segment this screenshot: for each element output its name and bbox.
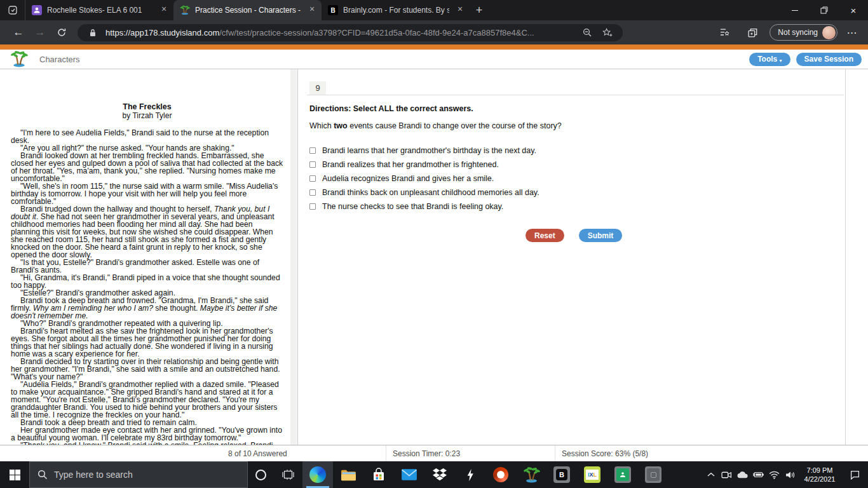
favorites-hub-icon[interactable]: [714, 23, 735, 42]
question-number-tab[interactable]: 9: [309, 81, 326, 95]
tab-actions-icon[interactable]: [0, 0, 25, 20]
page-scrollbar-gutter[interactable]: [845, 69, 868, 445]
cortana-button[interactable]: [248, 461, 273, 488]
question-panel: 9 Directions: Select ALL the correct ans…: [298, 69, 845, 445]
minimize-button[interactable]: [780, 0, 810, 20]
submit-button[interactable]: Submit: [579, 229, 623, 242]
volume-icon[interactable]: [782, 461, 798, 488]
clock-time: 7:09 PM: [807, 466, 833, 475]
back-icon[interactable]: ←: [8, 23, 29, 42]
answer-option-row: Audelia recognizes Brandi and gives her …: [309, 172, 845, 186]
passage-paragraph: Brandi decided to try starting over in t…: [11, 358, 283, 381]
browser-navbar: ← → https://app178.studyisland.com/cfw/t…: [0, 20, 868, 44]
site-header: Characters Tools ▾ Save Session: [0, 50, 868, 69]
tab-title: Brainly.com - For students. By st: [343, 6, 449, 15]
restore-button[interactable]: [810, 0, 839, 20]
tab-close-icon[interactable]: ×: [158, 4, 170, 16]
url-host: https://app178.studyisland.com: [105, 28, 219, 37]
passage-paragraph: Brandi's heart melted as she saw the fri…: [11, 327, 283, 358]
office-icon[interactable]: [485, 461, 516, 488]
answer-option-label[interactable]: Brandi thinks back on unpleasant childho…: [322, 188, 539, 197]
profile-sync-button[interactable]: Not syncing: [770, 24, 837, 41]
onedrive-icon[interactable]: [735, 461, 750, 488]
answer-option-label[interactable]: Audelia recognizes Brandi and gives her …: [322, 174, 494, 183]
start-button[interactable]: [0, 461, 29, 488]
browser-tab-classroom[interactable]: Rochelle Stokes- ELA 6 001 ×: [25, 0, 173, 20]
dropbox-icon[interactable]: [424, 461, 455, 488]
taskbar-search[interactable]: [29, 461, 248, 488]
tab-title: Practice Session - Characters - St: [195, 6, 301, 15]
answer-option-label[interactable]: The nurse checks to see that Brandi is f…: [322, 202, 503, 211]
answer-options-list: Brandi learns that her grandmother's bir…: [309, 144, 845, 214]
collections-icon[interactable]: [742, 23, 763, 42]
microsoft-store-icon[interactable]: [363, 461, 394, 488]
navbar-right-icons: Not syncing ⋯: [714, 23, 860, 42]
meet-now-icon[interactable]: [719, 461, 735, 488]
answer-checkbox[interactable]: [309, 161, 316, 168]
taskbar-clock[interactable]: 7:09 PM 4/22/2021: [798, 461, 841, 488]
session-timer: Session Timer: 0:23: [393, 449, 460, 458]
profile-avatar: [822, 26, 836, 39]
status-divider: [555, 445, 555, 461]
passage-title: The Freckles: [11, 102, 283, 111]
browser-menu-icon[interactable]: ⋯: [844, 27, 860, 39]
browser-tab-brainly[interactable]: B Brainly.com - For students. By st ×: [322, 0, 470, 20]
file-explorer-icon[interactable]: [333, 461, 363, 488]
search-input[interactable]: [54, 470, 219, 480]
office-logo: [493, 467, 508, 482]
question-tab-row: 9: [307, 81, 844, 95]
bolt-app-icon[interactable]: [455, 461, 485, 488]
unknown-app-icon[interactable]: [638, 461, 668, 488]
window-controls: ×: [780, 0, 868, 20]
browser-tab-practice-session[interactable]: Practice Session - Characters - St ×: [173, 0, 322, 20]
main-content: The Freckles by Tirzah Tyler "I'm here t…: [0, 69, 868, 445]
windows-logo-icon: [10, 470, 20, 480]
edge-taskbar-icon[interactable]: [302, 461, 333, 488]
add-favorite-star-icon[interactable]: [600, 28, 615, 37]
forward-icon[interactable]: →: [29, 23, 51, 42]
cortana-icon: [255, 470, 266, 480]
answer-checkbox[interactable]: [309, 147, 316, 154]
tools-button[interactable]: Tools ▾: [749, 53, 790, 66]
brainly-taskbar-icon[interactable]: B: [546, 461, 577, 488]
passage-byline: by Tirzah Tyler: [11, 111, 283, 120]
passage-paragraph: Her grandmother made eye contact with he…: [11, 426, 283, 442]
save-session-button[interactable]: Save Session: [796, 53, 862, 66]
lock-icon[interactable]: [85, 29, 100, 37]
new-tab-button[interactable]: +: [470, 0, 489, 20]
brainly-logo: B: [556, 469, 567, 480]
answer-option-label[interactable]: Brandi learns that her grandmother's bir…: [322, 146, 536, 155]
address-bar[interactable]: https://app178.studyisland.com/cfw/test/…: [78, 24, 623, 41]
google-classroom-icon[interactable]: [607, 461, 638, 488]
mail-icon[interactable]: [394, 461, 424, 488]
ixl-taskbar-icon[interactable]: IXL: [577, 461, 607, 488]
network-wifi-icon[interactable]: [766, 461, 782, 488]
passage-paragraph: "Audelia Fields," Brandi's grandmother r…: [11, 381, 283, 419]
action-center-icon[interactable]: [841, 461, 868, 488]
answer-option-row: Brandi realizes that her grandmother is …: [309, 158, 845, 172]
task-view-button[interactable]: [273, 461, 302, 488]
answer-checkbox[interactable]: [309, 189, 316, 196]
question-directions: Directions: Select ALL the correct answe…: [309, 104, 845, 113]
passage-paragraph: Brandi took a deep breath and frowned. "…: [11, 297, 283, 320]
tab-close-icon[interactable]: ×: [454, 4, 466, 16]
passage-scrollbar[interactable]: [290, 69, 297, 445]
classroom-logo: [616, 468, 629, 481]
reset-button[interactable]: Reset: [526, 229, 564, 242]
close-button[interactable]: ×: [839, 0, 868, 20]
refresh-icon[interactable]: [51, 23, 72, 42]
battery-icon[interactable]: [750, 461, 766, 488]
hidden-icons-chevron[interactable]: [703, 461, 719, 488]
zoom-out-icon[interactable]: [580, 28, 595, 37]
passage-paragraph: "Is that you, Estelle?" Brandi's grandmo…: [11, 259, 283, 274]
answer-checkbox[interactable]: [309, 203, 316, 210]
answer-option-label[interactable]: Brandi realizes that her grandmother is …: [322, 160, 499, 169]
answer-checkbox[interactable]: [309, 175, 316, 182]
edge-icon: [309, 466, 326, 483]
tool-glyph: [647, 468, 660, 481]
tab-close-icon[interactable]: ×: [306, 4, 318, 16]
windows-taskbar: B IXL: [0, 461, 868, 488]
answer-option-row: Brandi learns that her grandmother's bir…: [309, 144, 845, 158]
study-island-taskbar-icon[interactable]: [516, 461, 546, 488]
classroom-person-favicon: [32, 5, 42, 15]
